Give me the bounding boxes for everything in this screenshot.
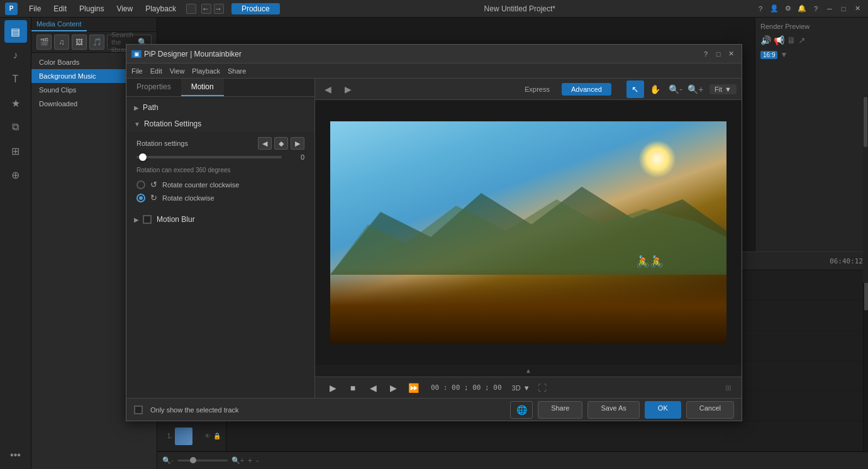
share-btn[interactable]: Share [538,401,582,419]
motion-blur-checkbox[interactable] [143,215,152,224]
rotation-section-header[interactable]: ▼ Rotation Settings [126,116,314,132]
dialog-menu-edit[interactable]: Edit [150,67,162,75]
notification-icon[interactable]: 🔔 [796,3,808,14]
speaker-icon[interactable]: 📢 [774,35,784,45]
cursor-tool[interactable]: ↖ [626,80,644,98]
settings-icon[interactable]: ⚙ [782,3,794,14]
dialog-menu-share[interactable]: Share [228,67,246,75]
menu-file[interactable]: File [24,3,46,14]
preview-forward[interactable]: ▶ [340,82,355,97]
zoom-out-tool[interactable]: 🔍- [667,80,684,98]
zoom-out[interactable]: 🔍- [162,456,174,465]
hand-tool[interactable]: ✋ [647,80,664,98]
zoom-slider[interactable] [177,460,228,461]
globe-icon[interactable]: 🌐 [510,401,533,419]
track-scrollbar[interactable] [863,270,868,451]
rotation-label: Rotation Settings [144,119,201,128]
sidebar-overlay-icon[interactable]: ⊞ [4,140,27,162]
import-music-btn[interactable]: 🎵 [89,35,104,50]
sidebar-text-icon[interactable]: T [4,68,27,91]
fullscreen-btn[interactable]: ⛶ [538,383,547,393]
pb-prev-frame[interactable]: ◀ [365,380,381,395]
external-icon[interactable]: ↗ [798,35,806,45]
timeline-bottom: 🔍- 🔍+ + - [157,451,868,469]
dialog-menu-playback[interactable]: Playback [192,67,220,75]
playback-mode-3d[interactable]: 3D ▼ [512,384,530,392]
path-section-header[interactable]: ▶ Path [126,99,314,116]
fit-dropdown[interactable]: Fit ▼ [709,84,737,94]
sidebar-more[interactable]: ••• [4,444,27,466]
dialog-win-controls: ? □ ✕ [700,48,737,60]
rotation-keyframe-next[interactable]: ▶ [291,137,304,150]
sidebar-audio-icon[interactable]: ⊕ [4,163,27,186]
maximize-btn[interactable]: □ [838,3,849,14]
motion-blur-header[interactable]: ▶ Motion Blur [126,211,314,228]
radio-ccw[interactable] [136,180,145,189]
menu-playback[interactable]: Playback [140,3,181,14]
sidebar-music-icon[interactable]: ♪ [4,44,27,67]
sidebar-effects-icon[interactable]: ★ [4,92,27,114]
dialog-close[interactable]: ✕ [725,48,737,60]
toolbar-icon-1[interactable] [186,4,196,14]
quality-icon[interactable]: ⊞ [725,383,732,392]
close-btn[interactable]: ✕ [852,3,863,14]
import-image-btn[interactable]: 🖼 [72,35,87,50]
express-btn[interactable]: Express [515,83,559,96]
pb-fast-forward[interactable]: ⏩ [406,380,421,395]
project-title: New Untitled Project* [287,4,752,13]
menu-plugins[interactable]: Plugins [74,3,109,14]
tab-media-content[interactable]: Media Content [31,18,87,31]
video-preview: 🚴🚴 [315,100,742,365]
tab-properties[interactable]: Properties [126,79,181,96]
pb-play[interactable]: ▶ [325,380,340,395]
help2-icon[interactable]: ? [810,3,821,14]
sidebar-more-icon[interactable]: ••• [4,444,27,466]
rotation-value: 0 [287,153,304,161]
sidebar-transition-icon[interactable]: ⧉ [4,116,27,138]
dialog-help[interactable]: ? [700,48,711,60]
rotation-keyframe-prev[interactable]: ◀ [258,137,272,150]
radio-ccw-label: Rotate counter clockwise [162,181,239,189]
save-as-btn[interactable]: Save As [587,401,639,419]
rotation-slider-thumb[interactable] [139,153,147,161]
volume-icon[interactable]: 🔊 [760,35,771,45]
add-track[interactable]: + [248,456,252,465]
zoom-in[interactable]: 🔍+ [231,456,244,465]
fps-chevron[interactable]: ▼ [780,50,787,59]
pb-next-frame[interactable]: ▶ [386,380,401,395]
track-1a-lock[interactable]: 🔒 [213,433,221,439]
tab-motion[interactable]: Motion [181,79,224,96]
dialog-menu-file[interactable]: File [131,67,143,75]
timeline-end: 06:40:12 [830,257,863,265]
ok-btn[interactable]: OK [645,401,681,419]
minimize-btn[interactable]: ─ [824,3,835,14]
advanced-btn[interactable]: Advanced [562,83,611,96]
help-btn[interactable]: ? [755,3,766,14]
rotation-keyframe-diamond[interactable]: ◆ [274,137,288,150]
dialog-maximize[interactable]: □ [713,48,724,60]
rotation-slider[interactable] [136,156,282,158]
redo-btn[interactable]: → [214,4,224,14]
sidebar-media-icon[interactable]: ▤ [4,20,27,43]
import-audio-btn[interactable]: ♫ [54,35,69,50]
menu-view[interactable]: View [111,3,138,14]
import-video-btn[interactable]: 🎬 [36,35,52,50]
preview-back[interactable]: ◀ [320,82,335,97]
track-1a-thumb [175,428,192,445]
radio-cw[interactable] [136,194,145,202]
pb-stop[interactable]: ■ [345,380,360,395]
undo-btn[interactable]: ← [201,4,211,14]
pip-designer-dialog[interactable]: ▣ PiP Designer | Mountainbiker ? □ ✕ Fil… [126,44,742,421]
zoom-in-tool[interactable]: 🔍+ [687,80,704,98]
dialog-body: Properties Motion ▶ Path ▼ Rotation Sett… [126,79,742,398]
track-1a-eye[interactable]: 👁 [204,433,211,439]
cancel-btn[interactable]: Cancel [686,401,734,419]
produce-button[interactable]: Produce [231,3,280,14]
dialog-menu-view[interactable]: View [170,67,185,75]
window-controls: ? 👤 ⚙ 🔔 ? ─ □ ✕ [755,3,863,14]
user-icon[interactable]: 👤 [769,3,780,14]
footer-checkbox[interactable] [134,406,143,414]
monitor-icon[interactable]: 🖥 [787,35,796,45]
menu-edit[interactable]: Edit [48,3,72,14]
remove-track[interactable]: - [256,456,259,465]
